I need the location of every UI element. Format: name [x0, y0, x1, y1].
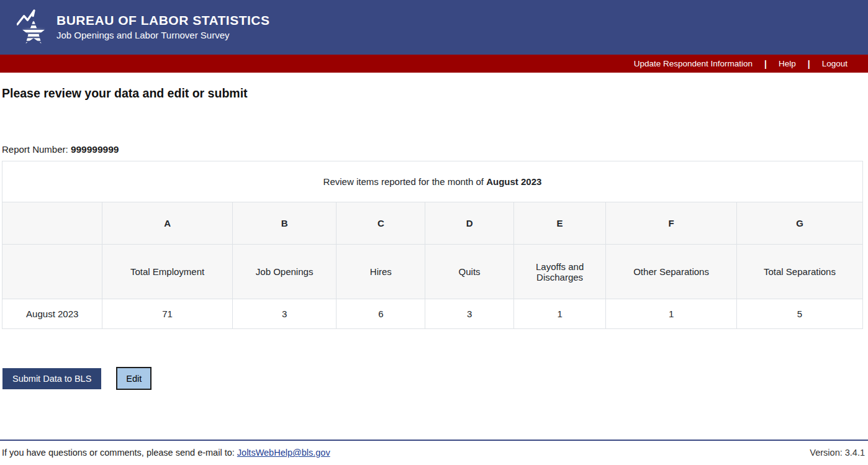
- column-header-layoffs-discharges: Layoffs and Discharges: [513, 245, 605, 299]
- page-footer: If you have questions or comments, pleas…: [0, 440, 868, 465]
- page-title: Please review your data and edit or subm…: [2, 86, 863, 101]
- column-names-row: Total Employment Job Openings Hires Quit…: [2, 245, 863, 299]
- table-row: August 2023 71 3 6 3 1 1 5: [2, 299, 863, 329]
- email-link[interactable]: JoltsWebHelp@bls.gov: [237, 448, 330, 458]
- app-header: BUREAU OF LABOR STATISTICS Job Openings …: [0, 0, 868, 55]
- column-letters-row: A B C D E F G: [2, 202, 863, 245]
- column-header-quits: Quits: [425, 245, 514, 299]
- column-header-total-separations: Total Separations: [736, 245, 862, 299]
- report-number-value: 999999999: [71, 144, 119, 155]
- nav-separator: |: [764, 59, 767, 69]
- column-letter: A: [102, 202, 232, 245]
- top-nav: Update Respondent Information | Help | L…: [0, 55, 868, 73]
- column-letter: D: [425, 202, 514, 245]
- column-letter: B: [232, 202, 337, 245]
- bls-logo-icon: [17, 8, 52, 47]
- footer-help-text: If you have questions or comments, pleas…: [2, 448, 330, 458]
- nav-help[interactable]: Help: [779, 59, 796, 68]
- cell-layoffs-discharges: 1: [513, 299, 605, 329]
- main-content: Please review your data and edit or subm…: [0, 73, 868, 440]
- cell-hires: 6: [337, 299, 425, 329]
- table-caption-text: Review items reported for the month of: [323, 176, 487, 187]
- edit-button[interactable]: Edit: [116, 367, 151, 390]
- cell-other-separations: 1: [606, 299, 737, 329]
- version-label: Version: 3.4.1: [810, 448, 865, 458]
- nav-logout[interactable]: Logout: [822, 59, 848, 68]
- column-letter: C: [337, 202, 425, 245]
- corner-cell: [2, 245, 102, 299]
- footer-help-label: If you have questions or comments, pleas…: [2, 448, 237, 458]
- report-number-line: Report Number: 999999999: [2, 144, 863, 155]
- review-table: Review items reported for the month of A…: [2, 161, 863, 329]
- corner-cell: [2, 202, 102, 245]
- column-letter: E: [513, 202, 605, 245]
- column-letter: F: [606, 202, 737, 245]
- row-label: August 2023: [2, 299, 102, 329]
- app-subtitle: Job Openings and Labor Turnover Survey: [57, 29, 270, 42]
- table-caption-month: August 2023: [486, 176, 541, 187]
- column-header-other-separations: Other Separations: [606, 245, 737, 299]
- app-title: BUREAU OF LABOR STATISTICS: [57, 13, 270, 28]
- report-number-label: Report Number:: [2, 144, 71, 155]
- column-header-job-openings: Job Openings: [232, 245, 337, 299]
- cell-total-employment: 71: [102, 299, 232, 329]
- cell-quits: 3: [425, 299, 514, 329]
- column-header-total-employment: Total Employment: [102, 245, 232, 299]
- nav-update-respondent-information[interactable]: Update Respondent Information: [634, 59, 753, 68]
- column-letter: G: [736, 202, 862, 245]
- nav-separator: |: [808, 59, 810, 69]
- cell-total-separations: 5: [736, 299, 862, 329]
- cell-job-openings: 3: [232, 299, 337, 329]
- action-buttons: Submit Data to BLS Edit: [2, 367, 863, 390]
- column-header-hires: Hires: [337, 245, 425, 299]
- table-caption: Review items reported for the month of A…: [2, 161, 863, 202]
- submit-data-button[interactable]: Submit Data to BLS: [2, 368, 101, 389]
- table-caption-row: Review items reported for the month of A…: [2, 161, 863, 202]
